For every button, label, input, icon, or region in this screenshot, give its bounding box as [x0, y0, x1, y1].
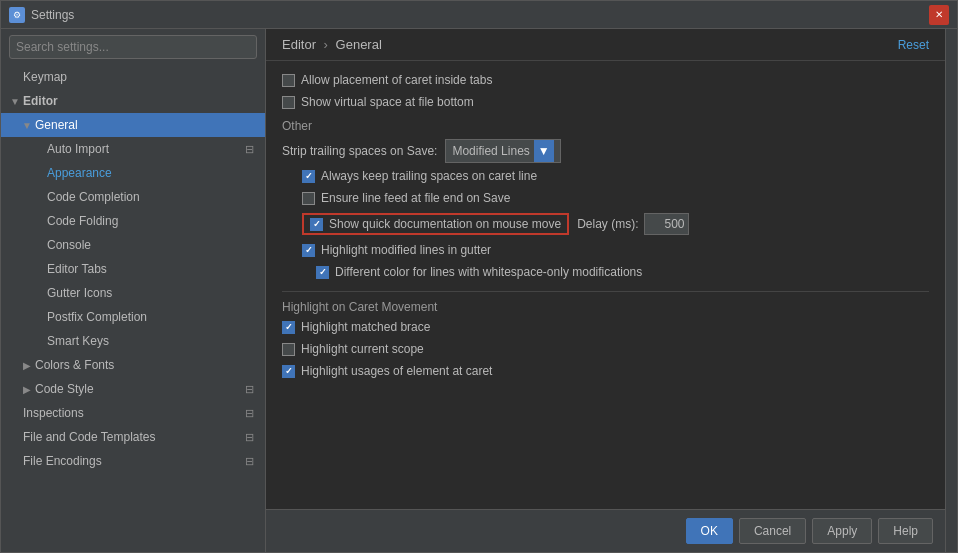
- highlight-brace-label: Highlight matched brace: [301, 320, 430, 334]
- apply-button[interactable]: Apply: [812, 518, 872, 544]
- arrow-icon: [9, 71, 21, 83]
- spacer: [33, 263, 45, 275]
- sidebar-item-postfix-completion[interactable]: Postfix Completion: [1, 305, 265, 329]
- file-icon: ⊟: [241, 453, 257, 469]
- highlight-modified-label: Highlight modified lines in gutter: [321, 243, 491, 257]
- sidebar-item-file-encodings[interactable]: File Encodings ⊟: [1, 449, 265, 473]
- arrow-icon: ▼: [21, 119, 33, 131]
- virtual-space-checkbox[interactable]: [282, 96, 295, 109]
- different-color-row: Different color for lines with whitespac…: [316, 265, 929, 279]
- sidebar-item-code-completion[interactable]: Code Completion: [1, 185, 265, 209]
- quick-doc-row: Show quick documentation on mouse move D…: [302, 213, 929, 235]
- virtual-space-row: Show virtual space at file bottom: [282, 95, 929, 109]
- spacer: [33, 287, 45, 299]
- arrow-icon: ▼: [9, 95, 21, 107]
- title-bar: ⚙ Settings ✕: [1, 1, 957, 29]
- panel-content: Allow placement of caret inside tabs Sho…: [266, 61, 945, 509]
- sidebar-item-code-style[interactable]: ▶ Code Style ⊟: [1, 377, 265, 401]
- sidebar-item-editor-tabs[interactable]: Editor Tabs: [1, 257, 265, 281]
- spacer: [33, 335, 45, 347]
- other-section-label: Other: [282, 119, 929, 133]
- arrow-icon: ▶: [21, 359, 33, 371]
- keep-trailing-checkbox[interactable]: [302, 170, 315, 183]
- breadcrumb-current: General: [336, 37, 382, 52]
- spacer: [33, 167, 45, 179]
- highlight-modified-checkbox[interactable]: [302, 244, 315, 257]
- sidebar-item-code-folding[interactable]: Code Folding: [1, 209, 265, 233]
- allow-caret-label: Allow placement of caret inside tabs: [301, 73, 492, 87]
- sidebar-item-smart-keys[interactable]: Smart Keys: [1, 329, 265, 353]
- highlight-scope-checkbox[interactable]: [282, 343, 295, 356]
- breadcrumb: Editor › General: [282, 37, 382, 52]
- highlight-scope-row: Highlight current scope: [282, 342, 929, 356]
- delay-label: Delay (ms):: [577, 217, 638, 231]
- highlight-brace-checkbox[interactable]: [282, 321, 295, 334]
- app-icon: ⚙: [9, 7, 25, 23]
- line-feed-label: Ensure line feed at file end on Save: [321, 191, 510, 205]
- sidebar-item-console[interactable]: Console: [1, 233, 265, 257]
- scrollbar[interactable]: [945, 29, 957, 552]
- spacer: [33, 191, 45, 203]
- keep-trailing-row: Always keep trailing spaces on caret lin…: [302, 169, 929, 183]
- spacer: [9, 431, 21, 443]
- quick-doc-checkbox[interactable]: [310, 218, 323, 231]
- quick-doc-label: Show quick documentation on mouse move: [329, 217, 561, 231]
- sidebar: Keymap ▼ Editor ▼ General Auto Import ⊟ …: [1, 29, 266, 552]
- strip-trailing-row: Strip trailing spaces on Save: Modified …: [282, 139, 929, 163]
- spacer: [33, 143, 45, 155]
- help-button[interactable]: Help: [878, 518, 933, 544]
- sidebar-item-general[interactable]: ▼ General: [1, 113, 265, 137]
- breadcrumb-root: Editor: [282, 37, 316, 52]
- strip-trailing-dropdown[interactable]: Modified Lines ▼: [445, 139, 560, 163]
- sidebar-item-gutter-icons[interactable]: Gutter Icons: [1, 281, 265, 305]
- sidebar-item-auto-import[interactable]: Auto Import ⊟: [1, 137, 265, 161]
- spacer: [33, 215, 45, 227]
- quick-doc-highlight-box: Show quick documentation on mouse move: [302, 213, 569, 235]
- spacer: [9, 455, 21, 467]
- close-button[interactable]: ✕: [929, 5, 949, 25]
- strip-trailing-label: Strip trailing spaces on Save:: [282, 144, 437, 158]
- main-panel: Editor › General Reset Allow placement o…: [266, 29, 945, 552]
- different-color-label: Different color for lines with whitespac…: [335, 265, 642, 279]
- sidebar-item-file-code-templates[interactable]: File and Code Templates ⊟: [1, 425, 265, 449]
- line-feed-row: Ensure line feed at file end on Save: [302, 191, 929, 205]
- main-content: Keymap ▼ Editor ▼ General Auto Import ⊟ …: [1, 29, 957, 552]
- delay-row: Delay (ms):: [577, 213, 689, 235]
- dropdown-arrow-icon: ▼: [534, 140, 554, 162]
- caret-section-label: Highlight on Caret Movement: [282, 291, 929, 314]
- arrow-icon: ▶: [21, 383, 33, 395]
- title-bar-left: ⚙ Settings: [9, 7, 74, 23]
- allow-caret-row: Allow placement of caret inside tabs: [282, 73, 929, 87]
- dropdown-value: Modified Lines: [452, 144, 529, 158]
- highlight-modified-row: Highlight modified lines in gutter: [302, 243, 929, 257]
- file-icon: ⊟: [241, 381, 257, 397]
- keep-trailing-label: Always keep trailing spaces on caret lin…: [321, 169, 537, 183]
- sidebar-item-colors-fonts[interactable]: ▶ Colors & Fonts: [1, 353, 265, 377]
- cancel-button[interactable]: Cancel: [739, 518, 806, 544]
- allow-caret-checkbox[interactable]: [282, 74, 295, 87]
- sidebar-item-inspections[interactable]: Inspections ⊟: [1, 401, 265, 425]
- line-feed-checkbox[interactable]: [302, 192, 315, 205]
- sidebar-item-keymap[interactable]: Keymap: [1, 65, 265, 89]
- breadcrumb-separator: ›: [324, 37, 328, 52]
- delay-input[interactable]: [644, 213, 689, 235]
- spacer: [9, 407, 21, 419]
- different-color-checkbox[interactable]: [316, 266, 329, 279]
- search-box: [1, 29, 265, 65]
- reset-link[interactable]: Reset: [898, 38, 929, 52]
- spacer: [33, 311, 45, 323]
- file-icon: ⊟: [241, 405, 257, 421]
- virtual-space-label: Show virtual space at file bottom: [301, 95, 474, 109]
- search-input[interactable]: [9, 35, 257, 59]
- sidebar-item-editor[interactable]: ▼ Editor: [1, 89, 265, 113]
- file-icon: ⊟: [241, 429, 257, 445]
- file-icon: ⊟: [241, 141, 257, 157]
- bottom-bar: OK Cancel Apply Help: [266, 509, 945, 552]
- ok-button[interactable]: OK: [686, 518, 733, 544]
- highlight-brace-row: Highlight matched brace: [282, 320, 929, 334]
- highlight-usages-label: Highlight usages of element at caret: [301, 364, 492, 378]
- sidebar-item-appearance[interactable]: Appearance: [1, 161, 265, 185]
- highlight-scope-label: Highlight current scope: [301, 342, 424, 356]
- spacer: [33, 239, 45, 251]
- highlight-usages-checkbox[interactable]: [282, 365, 295, 378]
